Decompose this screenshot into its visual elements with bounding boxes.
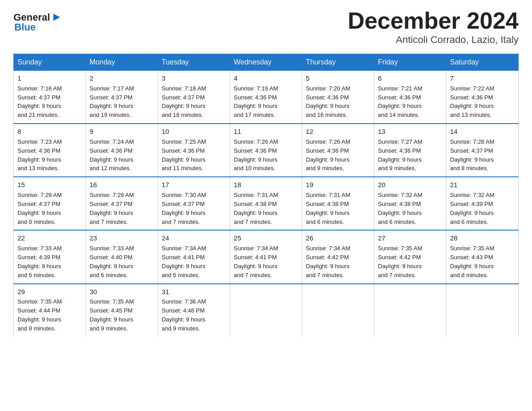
day-cell: 4 Sunrise: 7:19 AMSunset: 4:36 PMDayligh… [230, 70, 302, 124]
day-number: 12 [306, 127, 370, 137]
day-info: Sunrise: 7:34 AMSunset: 4:41 PMDaylight:… [162, 245, 206, 278]
day-cell: 17 Sunrise: 7:30 AMSunset: 4:37 PMDaylig… [158, 177, 230, 230]
logo: General ► Blue [13, 9, 63, 33]
day-number: 9 [90, 127, 154, 137]
header-cell-saturday: Saturday [446, 54, 519, 71]
day-number: 16 [90, 180, 154, 190]
day-info: Sunrise: 7:28 AMSunset: 4:37 PMDaylight:… [450, 138, 494, 172]
day-info: Sunrise: 7:33 AMSunset: 4:40 PMDaylight:… [90, 245, 134, 278]
day-number: 14 [450, 127, 515, 137]
day-info: Sunrise: 7:29 AMSunset: 4:37 PMDaylight:… [90, 192, 134, 225]
day-number: 5 [306, 73, 370, 83]
day-info: Sunrise: 7:35 AMSunset: 4:45 PMDaylight:… [90, 298, 134, 332]
day-number: 17 [162, 180, 226, 190]
day-cell: 27 Sunrise: 7:35 AMSunset: 4:42 PMDaylig… [374, 230, 446, 283]
day-cell: 10 Sunrise: 7:25 AMSunset: 4:36 PMDaylig… [158, 124, 230, 177]
day-cell: 11 Sunrise: 7:26 AMSunset: 4:36 PMDaylig… [230, 124, 302, 177]
day-number: 18 [234, 180, 298, 190]
day-info: Sunrise: 7:18 AMSunset: 4:37 PMDaylight:… [162, 85, 206, 119]
day-number: 11 [234, 127, 298, 137]
day-cell: 2 Sunrise: 7:17 AMSunset: 4:37 PMDayligh… [86, 70, 158, 124]
day-info: Sunrise: 7:30 AMSunset: 4:37 PMDaylight:… [162, 192, 206, 225]
header-cell-monday: Monday [86, 54, 158, 71]
day-cell: 20 Sunrise: 7:32 AMSunset: 4:38 PMDaylig… [374, 177, 446, 230]
calendar-body: 1 Sunrise: 7:16 AMSunset: 4:37 PMDayligh… [14, 70, 519, 337]
day-number: 15 [17, 180, 82, 190]
day-info: Sunrise: 7:25 AMSunset: 4:36 PMDaylight:… [162, 138, 206, 172]
day-number: 31 [162, 287, 226, 297]
day-number: 7 [450, 73, 515, 83]
day-cell: 1 Sunrise: 7:16 AMSunset: 4:37 PMDayligh… [14, 70, 86, 124]
day-cell: 25 Sunrise: 7:34 AMSunset: 4:41 PMDaylig… [230, 230, 302, 283]
location-title: Anticoli Corrado, Lazio, Italy [348, 34, 519, 46]
day-info: Sunrise: 7:32 AMSunset: 4:38 PMDaylight:… [378, 192, 422, 225]
day-cell: 22 Sunrise: 7:33 AMSunset: 4:39 PMDaylig… [14, 230, 86, 283]
day-info: Sunrise: 7:27 AMSunset: 4:36 PMDaylight:… [378, 138, 422, 172]
day-number: 6 [378, 73, 442, 83]
day-cell: 7 Sunrise: 7:22 AMSunset: 4:36 PMDayligh… [446, 70, 519, 124]
day-cell [446, 284, 519, 337]
header-cell-wednesday: Wednesday [230, 54, 302, 71]
day-info: Sunrise: 7:26 AMSunset: 4:36 PMDaylight:… [234, 138, 278, 172]
day-cell: 8 Sunrise: 7:23 AMSunset: 4:36 PMDayligh… [14, 124, 86, 177]
day-number: 8 [17, 127, 82, 137]
day-info: Sunrise: 7:16 AMSunset: 4:37 PMDaylight:… [17, 85, 62, 119]
day-info: Sunrise: 7:35 AMSunset: 4:42 PMDaylight:… [378, 245, 422, 278]
day-number: 10 [162, 127, 226, 137]
day-info: Sunrise: 7:22 AMSunset: 4:36 PMDaylight:… [450, 85, 494, 119]
day-number: 26 [306, 233, 370, 243]
logo-text: General ► [13, 11, 63, 22]
week-row-4: 22 Sunrise: 7:33 AMSunset: 4:39 PMDaylig… [14, 230, 519, 283]
day-number: 2 [90, 73, 154, 83]
day-info: Sunrise: 7:33 AMSunset: 4:39 PMDaylight:… [17, 245, 62, 278]
day-number: 25 [234, 233, 298, 243]
day-info: Sunrise: 7:35 AMSunset: 4:44 PMDaylight:… [17, 298, 62, 332]
header-row: SundayMondayTuesdayWednesdayThursdayFrid… [14, 54, 519, 71]
day-cell: 6 Sunrise: 7:21 AMSunset: 4:36 PMDayligh… [374, 70, 446, 124]
header-cell-sunday: Sunday [14, 54, 86, 71]
day-number: 30 [90, 287, 154, 297]
day-number: 24 [162, 233, 226, 243]
day-number: 27 [378, 233, 442, 243]
day-info: Sunrise: 7:31 AMSunset: 4:38 PMDaylight:… [234, 192, 278, 225]
day-cell: 18 Sunrise: 7:31 AMSunset: 4:38 PMDaylig… [230, 177, 302, 230]
day-info: Sunrise: 7:32 AMSunset: 4:39 PMDaylight:… [450, 192, 494, 225]
day-info: Sunrise: 7:19 AMSunset: 4:36 PMDaylight:… [234, 85, 278, 119]
week-row-2: 8 Sunrise: 7:23 AMSunset: 4:36 PMDayligh… [14, 124, 519, 177]
day-cell: 21 Sunrise: 7:32 AMSunset: 4:39 PMDaylig… [446, 177, 519, 230]
day-cell: 9 Sunrise: 7:24 AMSunset: 4:36 PMDayligh… [86, 124, 158, 177]
day-cell: 31 Sunrise: 7:36 AMSunset: 4:46 PMDaylig… [158, 284, 230, 337]
day-cell: 5 Sunrise: 7:20 AMSunset: 4:36 PMDayligh… [302, 70, 374, 124]
day-number: 1 [17, 73, 82, 83]
day-info: Sunrise: 7:35 AMSunset: 4:43 PMDaylight:… [450, 245, 494, 278]
day-cell: 15 Sunrise: 7:29 AMSunset: 4:37 PMDaylig… [14, 177, 86, 230]
week-row-1: 1 Sunrise: 7:16 AMSunset: 4:37 PMDayligh… [14, 70, 519, 124]
day-cell: 30 Sunrise: 7:35 AMSunset: 4:45 PMDaylig… [86, 284, 158, 337]
header-cell-thursday: Thursday [302, 54, 374, 71]
month-title: December 2024 [348, 9, 519, 32]
day-number: 29 [17, 287, 82, 297]
day-cell: 29 Sunrise: 7:35 AMSunset: 4:44 PMDaylig… [14, 284, 86, 337]
day-cell: 16 Sunrise: 7:29 AMSunset: 4:37 PMDaylig… [86, 177, 158, 230]
title-area: December 2024 Anticoli Corrado, Lazio, I… [348, 9, 519, 46]
day-cell: 14 Sunrise: 7:28 AMSunset: 4:37 PMDaylig… [446, 124, 519, 177]
day-number: 20 [378, 180, 442, 190]
day-cell: 3 Sunrise: 7:18 AMSunset: 4:37 PMDayligh… [158, 70, 230, 124]
calendar-table: SundayMondayTuesdayWednesdayThursdayFrid… [13, 54, 519, 337]
logo-blue: Blue [13, 21, 36, 33]
day-info: Sunrise: 7:21 AMSunset: 4:36 PMDaylight:… [378, 85, 422, 119]
day-cell: 13 Sunrise: 7:27 AMSunset: 4:36 PMDaylig… [374, 124, 446, 177]
logo-arrow-icon: ► [51, 11, 63, 22]
header-cell-tuesday: Tuesday [158, 54, 230, 71]
day-info: Sunrise: 7:24 AMSunset: 4:36 PMDaylight:… [90, 138, 134, 172]
day-number: 22 [17, 233, 82, 243]
day-number: 21 [450, 180, 515, 190]
day-cell: 28 Sunrise: 7:35 AMSunset: 4:43 PMDaylig… [446, 230, 519, 283]
day-cell: 19 Sunrise: 7:31 AMSunset: 4:38 PMDaylig… [302, 177, 374, 230]
calendar-header: SundayMondayTuesdayWednesdayThursdayFrid… [14, 54, 519, 71]
day-cell: 26 Sunrise: 7:34 AMSunset: 4:42 PMDaylig… [302, 230, 374, 283]
day-info: Sunrise: 7:17 AMSunset: 4:37 PMDaylight:… [90, 85, 134, 119]
day-cell [302, 284, 374, 337]
day-info: Sunrise: 7:29 AMSunset: 4:37 PMDaylight:… [17, 192, 62, 225]
day-cell: 12 Sunrise: 7:26 AMSunset: 4:36 PMDaylig… [302, 124, 374, 177]
